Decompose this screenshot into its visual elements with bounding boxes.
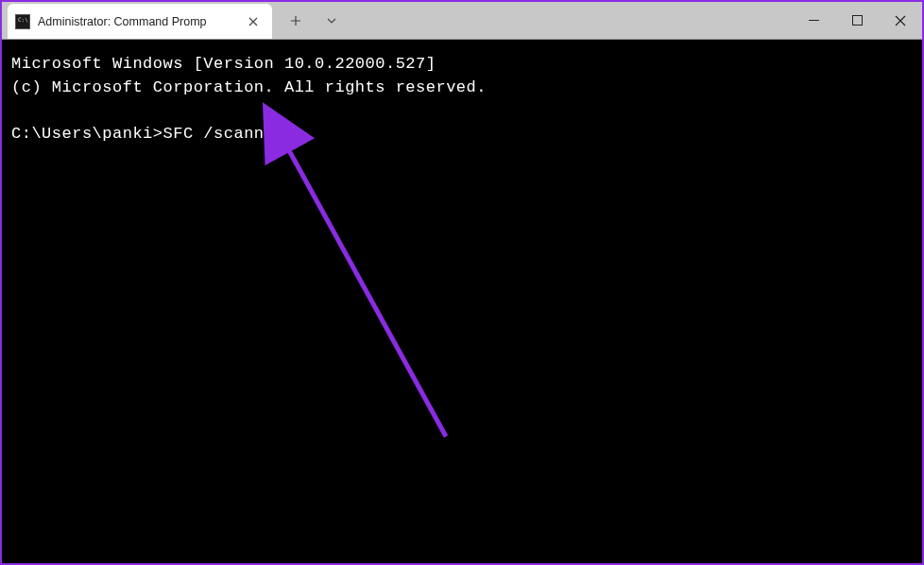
terminal-area[interactable]: Microsoft Windows [Version 10.0.22000.52… xyxy=(2,40,922,563)
new-tab-button[interactable] xyxy=(280,5,312,37)
svg-rect-0 xyxy=(852,16,862,26)
maximize-icon xyxy=(852,15,863,26)
tab-actions xyxy=(272,2,355,39)
title-bar: C:\ Administrator: Command Promp xyxy=(2,2,922,40)
tab-command-prompt[interactable]: C:\ Administrator: Command Promp xyxy=(8,4,272,39)
plus-icon xyxy=(290,15,301,26)
chevron-down-icon xyxy=(326,15,337,26)
svg-line-1 xyxy=(285,144,446,437)
tab-close-button[interactable] xyxy=(244,12,263,31)
terminal-output-line: Microsoft Windows [Version 10.0.22000.52… xyxy=(11,53,913,77)
tab-dropdown-button[interactable] xyxy=(316,5,348,37)
terminal-output-line: (c) Microsoft Corporation. All rights re… xyxy=(11,77,913,100)
minimize-button[interactable] xyxy=(792,2,835,40)
close-icon xyxy=(248,17,258,26)
tab-title: Administrator: Command Promp xyxy=(38,15,236,28)
terminal-prompt-line: C:\Users\panki>SFC /scannow xyxy=(11,123,913,146)
prompt-path: C:\Users\panki> xyxy=(11,125,163,143)
cmd-icon: C:\ xyxy=(15,14,30,29)
minimize-icon xyxy=(809,15,819,26)
terminal-blank-line xyxy=(11,99,913,123)
titlebar-drag-area[interactable] xyxy=(355,2,792,39)
close-window-button[interactable] xyxy=(879,2,922,40)
command-input[interactable]: SFC /scannow xyxy=(163,125,284,143)
maximize-button[interactable] xyxy=(835,2,879,40)
text-cursor xyxy=(284,125,293,143)
window-controls xyxy=(792,2,922,39)
close-icon xyxy=(895,15,906,26)
